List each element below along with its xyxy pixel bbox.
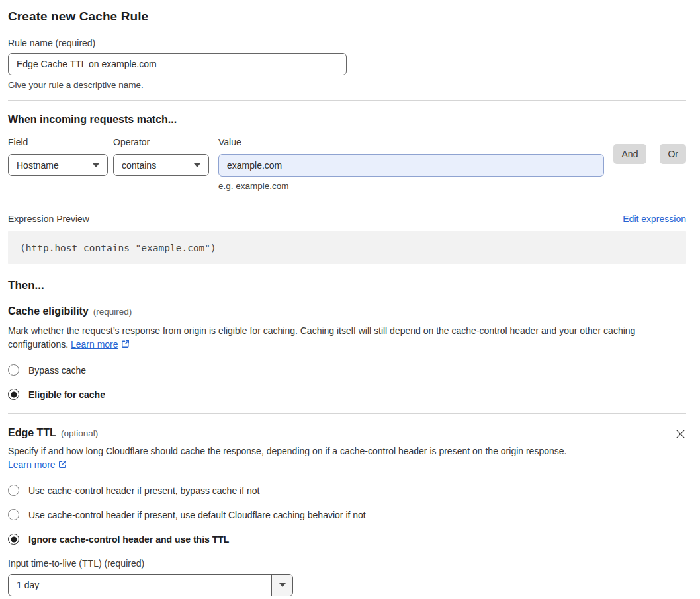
expression-text: (http.host contains "example.com") xyxy=(20,243,216,253)
field-column: Field Hostname xyxy=(8,137,108,191)
value-input[interactable] xyxy=(218,154,604,177)
section-divider xyxy=(8,100,686,101)
cache-eligibility-qualifier: (required) xyxy=(93,307,132,317)
edge-ttl-description-text: Specify if and how long Cloudflare shoul… xyxy=(8,446,566,456)
edit-expression-link[interactable]: Edit expression xyxy=(623,214,686,224)
radio-label: Ignore cache-control header and use this… xyxy=(28,534,229,545)
radio-use-header-default[interactable]: Use cache-control header if present, use… xyxy=(8,509,686,520)
create-cache-rule-form: Create new Cache Rule Rule name (require… xyxy=(0,9,700,599)
radio-bypass-cache[interactable]: Bypass cache xyxy=(8,364,686,376)
radio-label: Use cache-control header if present, use… xyxy=(28,510,366,520)
external-link-icon xyxy=(120,339,130,353)
radio-eligible-for-cache[interactable]: Eligible for cache xyxy=(8,389,686,400)
ttl-label: Input time-to-live (TTL) (required) xyxy=(8,558,686,569)
or-button[interactable]: Or xyxy=(660,144,686,164)
ttl-select[interactable]: 1 day xyxy=(8,574,293,596)
cache-eligibility-title: Cache eligibility xyxy=(8,305,89,317)
operator-select-value: contains xyxy=(122,160,156,171)
radio-icon xyxy=(8,364,19,376)
operator-label: Operator xyxy=(113,137,209,147)
radio-label: Bypass cache xyxy=(28,365,86,376)
field-select-value: Hostname xyxy=(17,160,59,171)
edge-ttl-description: Specify if and how long Cloudflare shoul… xyxy=(8,444,567,473)
edge-ttl-learn-more-link[interactable]: Learn more xyxy=(8,459,56,470)
match-condition-row: Field Hostname Operator contains Value e… xyxy=(8,137,686,191)
radio-icon xyxy=(8,509,19,520)
close-edge-ttl-button[interactable] xyxy=(674,428,686,440)
then-heading: Then... xyxy=(8,279,686,292)
radio-label: Eligible for cache xyxy=(28,389,105,400)
external-link-icon xyxy=(58,459,67,473)
operator-column: Operator contains xyxy=(113,137,209,191)
close-icon xyxy=(675,428,686,440)
ttl-select-value: 1 day xyxy=(9,575,271,596)
conjunction-buttons: And Or xyxy=(604,137,686,191)
rule-name-input[interactable] xyxy=(8,53,347,75)
rule-name-block: Rule name (required) Give your rule a de… xyxy=(8,38,686,90)
field-label: Field xyxy=(8,137,108,147)
value-column: Value e.g. example.com xyxy=(218,137,604,191)
edge-ttl-title: Edge TTL xyxy=(8,427,56,439)
expression-preview-row: Expression Preview Edit expression xyxy=(8,214,686,224)
section-divider xyxy=(8,413,686,414)
match-heading: When incoming requests match... xyxy=(8,114,686,126)
cache-eligibility-description: Mark whether the request’s response from… xyxy=(8,324,686,353)
edge-ttl-qualifier: (optional) xyxy=(61,428,98,438)
operator-select[interactable]: contains xyxy=(113,154,209,176)
radio-selected-icon xyxy=(8,534,19,545)
rule-name-help: Give your rule a descriptive name. xyxy=(8,80,686,90)
ttl-input-block: Input time-to-live (TTL) (required) 1 da… xyxy=(8,558,686,596)
radio-label: Use cache-control header if present, byp… xyxy=(28,485,259,496)
chevron-down-icon xyxy=(194,163,200,167)
chevron-down-icon xyxy=(279,583,286,587)
value-help: e.g. example.com xyxy=(218,181,604,191)
radio-use-header-bypass[interactable]: Use cache-control header if present, byp… xyxy=(8,485,686,496)
cache-eligibility-learn-more-link[interactable]: Learn more xyxy=(71,339,118,350)
expression-preview-label: Expression Preview xyxy=(8,214,89,224)
chevron-down-icon xyxy=(93,163,99,167)
radio-selected-icon xyxy=(8,389,19,400)
field-select[interactable]: Hostname xyxy=(8,154,108,176)
ttl-select-arrow-button[interactable] xyxy=(271,575,292,596)
and-button[interactable]: And xyxy=(613,144,647,164)
value-label: Value xyxy=(218,137,604,147)
edge-ttl-header: Edge TTL (optional) xyxy=(8,427,686,439)
expression-preview-code: (http.host contains "example.com") xyxy=(8,231,686,264)
rule-name-label: Rule name (required) xyxy=(8,38,686,48)
radio-ignore-header-use-ttl[interactable]: Ignore cache-control header and use this… xyxy=(8,534,686,545)
page-title: Create new Cache Rule xyxy=(8,9,686,24)
radio-icon xyxy=(8,485,19,496)
cache-eligibility-header: Cache eligibility (required) xyxy=(8,305,686,317)
